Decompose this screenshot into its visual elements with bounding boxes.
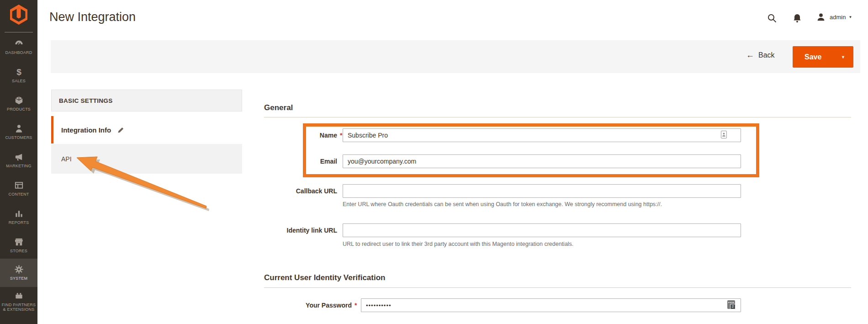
back-button[interactable]: ← Back	[746, 50, 775, 60]
identity-link-url-input[interactable]	[343, 223, 741, 237]
callback-url-input[interactable]	[343, 184, 741, 198]
magento-admin-page: { "header": { "title": "New Integration"…	[0, 0, 868, 324]
callback-url-label: Callback URL	[218, 187, 337, 195]
back-arrow-icon: ←	[746, 50, 754, 60]
back-button-label: Back	[758, 51, 775, 59]
sidebar-item-label: MARKETING	[0, 164, 37, 168]
stores-icon	[14, 237, 24, 247]
sidebar-item-label-line2: & EXTENSIONS	[0, 307, 37, 312]
page-actions-toolbar	[51, 40, 860, 73]
notifications-bell-icon[interactable]	[792, 13, 803, 24]
tab-integration-info[interactable]: Integration Info	[51, 116, 242, 143]
tab-api[interactable]: API	[51, 144, 242, 174]
extensions-brick-icon	[14, 291, 24, 301]
sidebar-item-label: FIND PARTNERS	[0, 303, 37, 307]
sidebar-item-label: REPORTS	[0, 220, 37, 225]
sidebar-item-label: DASHBOARD	[0, 50, 37, 55]
sidebar-item-marketing[interactable]: MARKETING	[0, 152, 37, 178]
admin-sidebar: DASHBOARD $ SALES PRODUCTS CUSTOMERS MAR…	[0, 0, 37, 324]
save-button[interactable]: Save ▼	[793, 46, 853, 68]
basic-settings-header: BASIC SETTINGS	[51, 90, 242, 112]
basic-settings-title: BASIC SETTINGS	[59, 97, 112, 104]
content-icon	[14, 180, 24, 191]
admin-account-menu[interactable]: admin ▼	[816, 12, 852, 22]
tab-integration-info-label: Integration Info	[61, 126, 111, 134]
name-field-label: Name	[218, 132, 337, 139]
password-manager-badge: 2	[730, 304, 736, 309]
search-icon[interactable]	[767, 13, 778, 24]
autofill-icon	[721, 131, 727, 138]
chevron-down-icon: ▼	[848, 15, 852, 19]
sidebar-item-system[interactable]: SYSTEM	[0, 259, 37, 287]
marketing-icon	[14, 152, 24, 162]
your-password-label: Your Password	[218, 302, 352, 309]
sidebar-item-reports[interactable]: REPORTS	[0, 208, 37, 235]
email-input[interactable]	[343, 154, 741, 168]
sidebar-item-label: SYSTEM	[0, 276, 37, 281]
save-button-label: Save	[804, 53, 821, 61]
name-input[interactable]	[343, 128, 741, 142]
magento-logo[interactable]	[8, 4, 30, 26]
sidebar-item-customers[interactable]: CUSTOMERS	[0, 123, 37, 150]
sidebar-item-find-partners[interactable]: FIND PARTNERS & EXTENSIONS	[0, 291, 37, 317]
your-password-input[interactable]	[361, 298, 741, 312]
customers-icon	[14, 123, 24, 134]
page-title: New Integration	[49, 10, 136, 24]
sidebar-item-label: CUSTOMERS	[0, 135, 37, 140]
sidebar-item-label: SALES	[0, 79, 37, 83]
email-field-label: Email	[218, 158, 337, 165]
name-required-marker: *	[340, 132, 342, 139]
verification-section-divider	[264, 287, 851, 288]
callback-url-note: Enter URL where Oauth credentials can be…	[343, 201, 662, 207]
password-manager-icon[interactable]: •••• 2	[727, 300, 735, 309]
password-required-marker: *	[355, 302, 357, 309]
sidebar-item-products[interactable]: PRODUCTS	[0, 95, 37, 122]
user-avatar-icon	[816, 12, 826, 22]
sidebar-divider	[5, 32, 33, 32]
password-manager-dots: ••••	[728, 301, 735, 304]
sidebar-item-label: PRODUCTS	[0, 107, 37, 112]
edit-pencil-icon	[117, 127, 124, 133]
general-section-title: General	[264, 103, 293, 112]
tab-api-label: API	[61, 155, 72, 163]
system-gear-icon	[14, 264, 24, 275]
verification-section-title: Current User Identity Verification	[264, 273, 385, 282]
identity-link-url-note: URL to redirect user to link their 3rd p…	[343, 241, 573, 247]
general-section-divider	[264, 117, 851, 117]
products-icon	[14, 95, 24, 106]
save-split-caret-icon[interactable]: ▼	[841, 55, 845, 59]
sidebar-item-sales[interactable]: $ SALES	[0, 67, 37, 93]
dollar-glyph: $	[16, 67, 21, 77]
sales-icon: $	[14, 67, 24, 77]
sidebar-item-dashboard[interactable]: DASHBOARD	[0, 38, 37, 65]
sidebar-item-content[interactable]: CONTENT	[0, 180, 37, 207]
admin-username: admin	[830, 14, 846, 21]
sidebar-item-label: CONTENT	[0, 192, 37, 197]
sidebar-item-label: STORES	[0, 249, 37, 253]
reports-icon	[14, 208, 24, 219]
dashboard-icon	[14, 38, 24, 49]
identity-link-url-label: Identity link URL	[218, 227, 337, 234]
